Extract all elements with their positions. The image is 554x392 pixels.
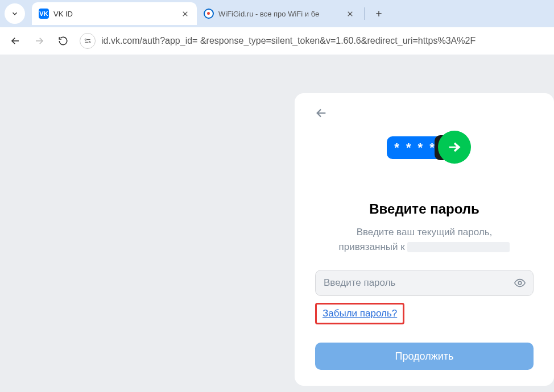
- back-button[interactable]: [6, 31, 25, 51]
- tabs-dropdown-button[interactable]: [5, 3, 25, 24]
- vk-favicon-icon: VK: [39, 9, 49, 19]
- site-settings-icon[interactable]: [80, 33, 96, 49]
- redacted-account: [407, 242, 510, 252]
- forgot-password-link[interactable]: Забыли пароль?: [323, 308, 397, 319]
- continue-button[interactable]: Продолжить: [315, 343, 534, 370]
- tab-vk-id[interactable]: VK VK ID: [32, 2, 197, 25]
- browser-chrome: VK VK ID WiFiGid.ru - все про WiFi и бе: [0, 0, 554, 55]
- tab-close-button[interactable]: [180, 9, 190, 19]
- tab-wifigid[interactable]: WiFiGid.ru - все про WiFi и бе: [197, 2, 362, 25]
- password-input[interactable]: [315, 270, 534, 296]
- subheading-line1: Введите ваш текущий пароль,: [357, 227, 493, 237]
- forward-button[interactable]: [30, 31, 49, 51]
- password-card: * * * * Введите пароль Введите ваш текущ…: [295, 93, 554, 386]
- card-back-button[interactable]: [315, 107, 331, 123]
- plus-icon: [374, 9, 383, 18]
- tab-close-button[interactable]: [345, 9, 355, 19]
- card-subheading: Введите ваш текущий пароль, привязанный …: [315, 225, 534, 254]
- arrow-right-icon: [34, 36, 44, 46]
- toggle-password-visibility-button[interactable]: [512, 275, 528, 291]
- close-icon: [181, 10, 189, 18]
- chevron-down-icon: [11, 10, 19, 18]
- password-field-wrap: [315, 270, 534, 296]
- svg-point-13: [518, 281, 522, 285]
- new-tab-button[interactable]: [370, 5, 387, 22]
- tab-separator: [364, 7, 365, 20]
- page-content: * * * * Введите пароль Введите ваш текущ…: [0, 55, 554, 392]
- tab-title: VK ID: [53, 10, 175, 18]
- tab-strip: VK VK ID WiFiGid.ru - все про WiFi и бе: [0, 0, 554, 27]
- wifi-favicon-icon: [204, 9, 214, 19]
- svg-point-8: [85, 39, 86, 40]
- arrow-left-icon: [10, 36, 20, 46]
- reload-icon: [58, 36, 68, 46]
- url-text: id.vk.com/auth?app_id= &response_type=si…: [101, 36, 476, 46]
- svg-point-10: [89, 41, 90, 43]
- nav-bar: id.vk.com/auth?app_id= &response_type=si…: [0, 27, 554, 55]
- tab-title: WiFiGid.ru - все про WiFi и бе: [218, 10, 340, 18]
- address-bar[interactable]: id.vk.com/auth?app_id= &response_type=si…: [77, 31, 548, 51]
- reload-button[interactable]: [53, 31, 73, 51]
- hero-arrow-circle-icon: [438, 131, 471, 164]
- eye-icon: [514, 277, 526, 289]
- forgot-password-highlight: Забыли пароль?: [315, 303, 404, 324]
- arrow-left-icon: [315, 107, 328, 119]
- card-heading: Введите пароль: [315, 201, 534, 217]
- hero-graphic: * * * *: [315, 133, 534, 167]
- close-icon: [346, 10, 354, 18]
- subheading-line2-prefix: привязанный к: [339, 241, 405, 252]
